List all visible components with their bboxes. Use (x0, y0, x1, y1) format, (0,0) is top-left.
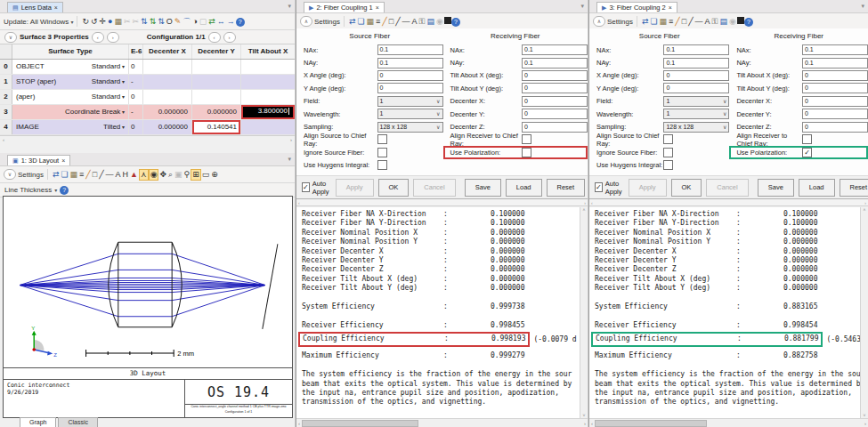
decenter-x-header[interactable]: Decenter X (143, 44, 192, 59)
chevron-up-icon[interactable]: ∧ (300, 16, 312, 27)
camera-icon[interactable]: ◉ (149, 169, 159, 181)
insert-surface-icon[interactable]: ⇅ (140, 17, 149, 27)
input-field[interactable]: 0 (522, 109, 588, 119)
fc2-top-scrollbar[interactable]: ‹› (589, 200, 868, 206)
table-row[interactable]: 4 IMAGE Tilted 0 0.000000 0.140541 (0, 120, 295, 135)
update-all-windows-label[interactable]: Update: All Windows (4, 18, 69, 26)
copy-window-icon[interactable]: ▤ (426, 17, 435, 27)
select-control[interactable]: 128 x 128 (663, 122, 729, 133)
cancel-button[interactable]: Cancel (706, 179, 748, 197)
cancel-button[interactable]: Cancel (413, 179, 455, 197)
help-icon[interactable]: ? (451, 18, 460, 27)
surface-type-dropdown[interactable]: Standard (92, 90, 125, 104)
prev-icon[interactable]: ‹ (92, 32, 104, 43)
select-control[interactable]: 1 (377, 109, 443, 119)
update-icon[interactable]: ↻ (81, 17, 90, 27)
decenter-y-cell[interactable] (192, 75, 241, 89)
fc2-horizontal-scrollbar[interactable]: ‹› (589, 418, 868, 427)
chevron-down-icon[interactable]: ▾ (70, 19, 73, 25)
zoom-icon[interactable]: ⌕ (167, 170, 174, 180)
next-icon[interactable]: › (107, 32, 119, 43)
load-button[interactable]: Load (799, 179, 835, 197)
lock-icon[interactable]: ⚿ (418, 17, 426, 27)
delete-surface-icon[interactable]: ⇅ (157, 17, 166, 27)
aperture-icon[interactable]: O (166, 17, 174, 27)
ok-button[interactable]: OK (378, 179, 410, 197)
pin-icon[interactable]: ▾ (861, 3, 864, 10)
input-field[interactable]: 0 (522, 70, 588, 81)
curve-icon[interactable]: ⌒ (182, 17, 191, 27)
input-field[interactable]: 0 (522, 83, 588, 93)
tilt-about-x-cell[interactable] (241, 90, 295, 104)
help-icon[interactable]: ? (744, 18, 753, 27)
row-number-cell[interactable]: 1 (0, 75, 12, 89)
prev-config-icon[interactable]: ‹ (208, 32, 221, 43)
crosshair-icon[interactable]: ✛ (98, 17, 107, 27)
tab-3d-layout[interactable]: ▣ 1: 3D Layout × (7, 155, 70, 165)
record-icon[interactable]: ⊕ (210, 170, 219, 180)
table-row[interactable]: 0 OBJECT Standard 0 (0, 60, 295, 75)
active-window-icon[interactable] (737, 17, 744, 24)
decenter-y-cell[interactable] (192, 90, 241, 104)
input-field[interactable]: 0 (522, 122, 588, 133)
surface-type-cell[interactable]: STOP (aper) Standard (12, 75, 129, 89)
tab-graph[interactable]: Graph (20, 417, 56, 427)
save-image-icon[interactable]: ▦ (366, 17, 376, 27)
refresh-icon[interactable]: ⇄ (52, 170, 61, 180)
input-field[interactable]: 0 (802, 122, 868, 133)
rectangle-tool-icon[interactable]: □ (92, 170, 98, 180)
reset-button[interactable]: Reset (547, 179, 586, 197)
rectangle-tool-icon[interactable]: □ (681, 17, 687, 27)
checkbox[interactable] (802, 148, 812, 157)
e6-cell[interactable]: 0 (129, 120, 143, 134)
input-field[interactable]: 0 (522, 96, 588, 107)
table-row[interactable]: 3 Coordinate Break - 0.000000 0.000000 3… (0, 105, 295, 120)
arrow-tool-icon[interactable]: ╱ (98, 170, 104, 180)
select-control[interactable]: 1 (377, 96, 443, 107)
tilt-about-x-cell[interactable]: 3.800000 (241, 105, 295, 119)
go-icon[interactable]: → (226, 17, 236, 27)
tilt-about-x-header[interactable]: Tilt About X (241, 44, 295, 59)
input-field[interactable]: 0.1 (377, 58, 443, 68)
close-icon[interactable]: × (54, 4, 58, 11)
input-field[interactable]: 0 (802, 70, 868, 81)
e6-cell[interactable]: - (129, 75, 143, 89)
decenter-x-cell[interactable] (143, 75, 192, 89)
copy-icon[interactable]: ❏ (356, 17, 365, 27)
tab-classic[interactable]: Classic (58, 417, 98, 427)
input-field[interactable]: 0 (802, 109, 868, 119)
tilt-about-x-cell[interactable] (241, 120, 295, 134)
flip-tool-icon[interactable]: H (122, 170, 130, 180)
print-icon[interactable]: ≡ (668, 17, 674, 27)
hline-tool-icon[interactable]: — (402, 17, 411, 27)
fc2-vertical-scrollbar[interactable]: ˄˅ (860, 207, 868, 418)
surface-type-cell[interactable]: OBJECT Standard (12, 60, 129, 74)
camera-icon[interactable]: ◉ (728, 17, 737, 27)
rectangle-tool-icon[interactable]: □ (388, 17, 394, 27)
update-all-icon[interactable]: ↺ (90, 17, 99, 27)
input-field[interactable]: 0.1 (377, 44, 443, 55)
copy-icon[interactable]: ❏ (60, 170, 69, 180)
surface-type-cell[interactable]: Coordinate Break (12, 105, 129, 119)
edit-icon[interactable]: ✎ (174, 17, 183, 27)
decenter-x-cell[interactable] (143, 90, 192, 104)
reset-button[interactable]: Reset (840, 179, 868, 197)
toggle-icon[interactable]: ◑ (191, 17, 198, 27)
pin-icon[interactable]: ▾ (288, 156, 291, 163)
checkbox[interactable] (377, 148, 387, 157)
checkbox[interactable] (663, 148, 673, 157)
input-field[interactable]: 0.1 (522, 58, 588, 68)
grid-icon[interactable]: ⊞ (191, 169, 201, 181)
save-button[interactable]: Save (758, 179, 794, 197)
text-tool-icon[interactable]: A (704, 17, 711, 27)
save-image-icon[interactable]: ▦ (659, 17, 669, 27)
row-number-cell[interactable]: 0 (0, 60, 12, 74)
globe-icon[interactable]: ● (107, 17, 113, 27)
save-image-icon[interactable]: ▦ (69, 170, 79, 180)
apply-button[interactable]: Apply (336, 179, 374, 197)
ray-trace-icon[interactable]: ▲ (129, 170, 139, 180)
surface-type-cell[interactable]: (aper) Standard (12, 90, 129, 104)
surface-properties-label[interactable]: Surface 3 Properties (20, 33, 89, 41)
box-icon[interactable]: ▢ (199, 17, 208, 27)
tab-fiber-coupling-1[interactable]: ▶ 2: Fiber Coupling 1 × (304, 2, 385, 12)
